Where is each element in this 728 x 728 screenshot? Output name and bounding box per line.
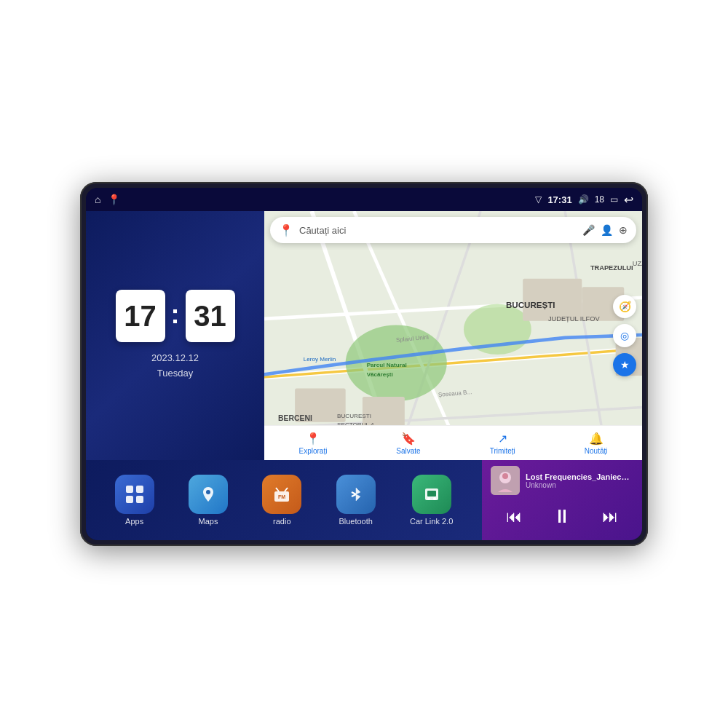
map-controls-right: 🧭 ◎ ★: [613, 295, 636, 376]
top-section: 17 : 31 2023.12.12 Tuesday: [86, 211, 642, 460]
svg-text:BUCUREȘTI: BUCUREȘTI: [337, 413, 371, 419]
bluetooth-label: Bluetooth: [339, 517, 372, 526]
bottom-section: Apps Maps: [86, 460, 642, 540]
map-search-bar[interactable]: 📍 Căutați aici 🎤 👤 ⊕: [270, 217, 636, 243]
svg-text:Văcărești: Văcărești: [367, 371, 393, 378]
share-icon: ↗: [498, 432, 507, 446]
map-layers-icon[interactable]: ⊕: [619, 224, 628, 236]
clock-widget: 17 : 31 2023.12.12 Tuesday: [86, 211, 264, 460]
apps-icon: [115, 475, 154, 514]
map-avatar-icon[interactable]: 👤: [601, 224, 613, 236]
svg-point-46: [502, 473, 508, 479]
app-item-carlink[interactable]: Car Link 2.0: [410, 475, 453, 526]
news-icon: 🔔: [589, 432, 604, 446]
carlink-icon: [412, 475, 451, 514]
back-icon[interactable]: ↩: [624, 193, 633, 207]
home-icon[interactable]: ⌂: [95, 194, 100, 205]
explore-icon: 📍: [306, 432, 320, 446]
clock-date: 2023.12.12 Tuesday: [151, 351, 199, 381]
device-frame: ⌂ 📍 ▽ 17:31 🔊 18 ▭ ↩ 17 :: [80, 182, 648, 546]
app-item-radio[interactable]: FM radio: [262, 475, 301, 526]
svg-rect-33: [126, 496, 133, 503]
map-nav-explore[interactable]: 📍 Explorați: [298, 432, 327, 455]
music-next-btn[interactable]: ⏭: [599, 505, 621, 529]
music-play-btn[interactable]: ⏸: [550, 502, 574, 531]
music-text: Lost Frequencies_Janieck Devy-... Unknow…: [526, 472, 633, 489]
status-right-info: ▽ 17:31 🔊 18 ▭ ↩: [535, 193, 633, 207]
music-thumbnail: [491, 466, 520, 495]
map-voice-icon[interactable]: 🎤: [582, 224, 595, 236]
apps-dock: Apps Maps: [86, 460, 482, 540]
music-info: Lost Frequencies_Janieck Devy-... Unknow…: [491, 466, 633, 495]
svg-rect-31: [126, 486, 133, 493]
svg-text:TRAPEZULUI: TRAPEZULUI: [590, 264, 633, 272]
share-label: Trimiteți: [490, 447, 515, 455]
status-bar: ⌂ 📍 ▽ 17:31 🔊 18 ▭ ↩: [86, 188, 642, 211]
main-content: 17 : 31 2023.12.12 Tuesday: [86, 211, 642, 540]
svg-text:Parcul Natural: Parcul Natural: [367, 362, 407, 368]
app-item-bluetooth[interactable]: Bluetooth: [336, 475, 376, 526]
svg-text:BUCUREȘTI: BUCUREȘTI: [506, 301, 555, 309]
clock-colon: :: [171, 299, 180, 330]
signal-icon: ▽: [535, 194, 542, 205]
music-player: Lost Frequencies_Janieck Devy-... Unknow…: [482, 460, 642, 540]
svg-rect-32: [136, 486, 143, 493]
battery-icon: ▭: [610, 194, 618, 205]
app-item-maps[interactable]: Maps: [189, 475, 228, 526]
map-nav-news[interactable]: 🔔 Noutăți: [585, 432, 608, 455]
svg-text:Leroy Merlin: Leroy Merlin: [304, 356, 336, 363]
radio-icon: FM: [262, 475, 301, 514]
apps-label: Apps: [125, 517, 143, 526]
map-location-btn[interactable]: ◎: [613, 324, 636, 347]
clock-hour: 17: [116, 290, 165, 342]
maps-label: Maps: [199, 517, 218, 526]
app-item-apps[interactable]: Apps: [115, 475, 154, 526]
music-title: Lost Frequencies_Janieck Devy-...: [526, 472, 633, 481]
map-area[interactable]: BUCUREȘTI JUDEȚUL ILFOV TRAPEZULUI BERCE…: [264, 211, 642, 460]
explore-label: Explorați: [298, 447, 327, 455]
music-controls: ⏮ ⏸ ⏭: [491, 499, 633, 534]
map-bottom-nav: 📍 Explorați 🔖 Salvate ↗ Trimiteți 🔔: [264, 425, 642, 460]
maps-icon: [189, 475, 228, 514]
svg-point-35: [206, 490, 210, 494]
map-search-text[interactable]: Căutați aici: [299, 225, 577, 236]
carlink-label: Car Link 2.0: [410, 517, 453, 526]
map-svg: BUCUREȘTI JUDEȚUL ILFOV TRAPEZULUI BERCE…: [264, 211, 642, 460]
svg-point-43: [433, 497, 436, 500]
svg-line-38: [276, 488, 279, 491]
radio-label: radio: [273, 517, 290, 526]
map-pin-icon: 📍: [279, 223, 293, 237]
svg-text:JUDEȚUL ILFOV: JUDEȚUL ILFOV: [548, 315, 601, 323]
map-nav-share[interactable]: ↗ Trimiteți: [490, 432, 515, 455]
map-nav-saved[interactable]: 🔖 Salvate: [396, 432, 420, 455]
saved-icon: 🔖: [401, 432, 416, 446]
device-screen: ⌂ 📍 ▽ 17:31 🔊 18 ▭ ↩ 17 :: [86, 188, 642, 540]
status-left-icons: ⌂ 📍: [95, 194, 120, 205]
clock-minute: 31: [186, 290, 235, 342]
volume-icon: 🔊: [578, 194, 589, 205]
svg-rect-41: [427, 491, 436, 496]
svg-text:FM: FM: [278, 494, 285, 499]
clock-flip: 17 : 31: [116, 290, 235, 342]
news-label: Noutăți: [585, 447, 608, 455]
map-navigate-btn[interactable]: ★: [613, 353, 636, 376]
map-compass-btn[interactable]: 🧭: [613, 295, 636, 318]
status-time: 17:31: [547, 194, 571, 205]
svg-point-42: [427, 497, 430, 500]
svg-line-39: [285, 488, 288, 491]
maps-status-icon[interactable]: 📍: [108, 194, 120, 205]
bluetooth-icon: [336, 475, 376, 514]
svg-text:UZANA: UZANA: [633, 260, 642, 267]
music-prev-btn[interactable]: ⏮: [503, 505, 525, 529]
saved-label: Salvate: [396, 447, 420, 455]
music-artist: Unknown: [526, 481, 633, 489]
volume-level: 18: [595, 194, 604, 205]
svg-text:BERCENI: BERCENI: [278, 414, 312, 422]
svg-rect-34: [136, 496, 143, 503]
